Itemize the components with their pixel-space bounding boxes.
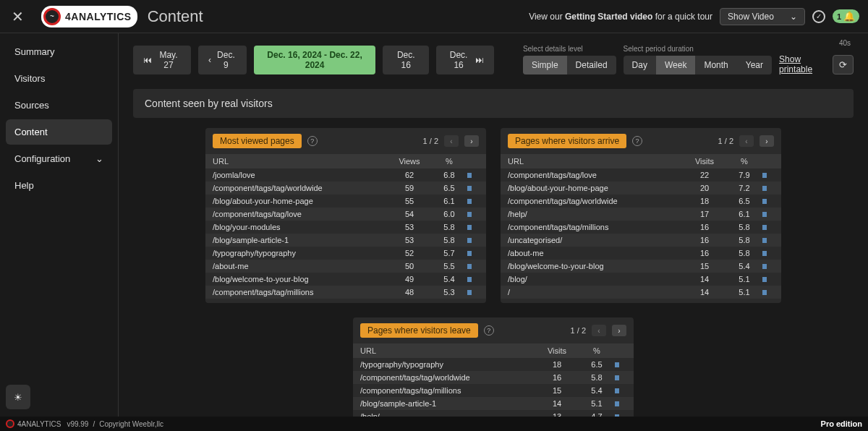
table-row[interactable]: /typography/typography186.5 xyxy=(353,358,634,371)
period-selector: DayWeekMonthYear xyxy=(624,56,772,74)
sidebar-item-visitors[interactable]: Visitors xyxy=(6,66,112,91)
logo-icon: ~ xyxy=(43,8,61,25)
help-icon[interactable]: ? xyxy=(307,136,318,146)
table-row[interactable]: /component/tags/tag/millions165.8 xyxy=(501,221,781,234)
period-label: Select period duration xyxy=(624,45,772,53)
skip-back-icon: ⏮ xyxy=(143,55,152,65)
seg-day[interactable]: Day xyxy=(624,56,656,74)
refresh-countdown: 40s xyxy=(839,39,851,47)
page-next-button[interactable]: › xyxy=(760,135,774,147)
card-title: Most viewed pages xyxy=(213,134,302,148)
app-header: ✕ ~ 4ANALYTICS Content View our Getting … xyxy=(0,0,868,33)
show-video-button[interactable]: Show Video⌄ xyxy=(720,8,805,25)
check-icon[interactable]: ✓ xyxy=(812,10,825,23)
table-row[interactable]: /component/tags/tag/millions155.4 xyxy=(353,384,634,397)
chevron-left-icon: ‹ xyxy=(208,55,211,65)
chevron-down-icon: ⌄ xyxy=(790,12,797,22)
date-last-button[interactable]: Dec. 16⏭ xyxy=(436,46,494,74)
seg-month[interactable]: Month xyxy=(695,56,736,74)
main-content: 40s ⏮May. 27 ‹Dec. 9 Dec. 16, 2024 - Dec… xyxy=(119,33,868,417)
table-row[interactable]: /about-me165.8 xyxy=(501,247,781,260)
page-title: Content xyxy=(148,7,203,26)
page-info: 1 / 2 xyxy=(571,326,586,335)
page-next-button[interactable]: › xyxy=(464,135,479,147)
footer-copyright: Copyright Weeblr,llc xyxy=(99,420,163,428)
help-icon[interactable]: ? xyxy=(632,136,642,146)
refresh-icon: ⟳ xyxy=(839,59,847,70)
card-title: Pages where visitors leave xyxy=(360,323,478,338)
page-prev-button[interactable]: ‹ xyxy=(444,135,459,147)
table-row[interactable]: /blog/about-your-home-page556.1 xyxy=(205,195,486,208)
date-range-active[interactable]: Dec. 16, 2024 - Dec. 22, 2024 xyxy=(254,46,375,74)
data-card: Pages where visitors arrive?1 / 2‹›URLVi… xyxy=(501,128,781,303)
table-row[interactable]: /blog/welcome-to-your-blog155.4 xyxy=(501,260,781,273)
show-printable-link[interactable]: Show printable xyxy=(779,54,825,74)
toolbar: 40s ⏮May. 27 ‹Dec. 9 Dec. 16, 2024 - Dec… xyxy=(119,33,868,86)
table-row[interactable]: /component/tags/tag/millions485.3 xyxy=(205,286,486,299)
sidebar-item-configuration[interactable]: Configuration⌄ xyxy=(6,146,112,171)
table-row[interactable]: /about-me505.5 xyxy=(205,260,486,273)
date-prev-button[interactable]: ‹Dec. 9 xyxy=(198,46,247,74)
page-prev-button[interactable]: ‹ xyxy=(739,135,754,147)
data-card: Most viewed pages?1 / 2‹›URLViews%/jooml… xyxy=(205,128,486,303)
brand-text: 4ANALYTICS xyxy=(65,11,132,22)
notification-badge[interactable]: 1🔔 xyxy=(833,9,859,23)
table-row[interactable]: /uncategorised/165.8 xyxy=(501,234,781,247)
table-row[interactable]: /145.1 xyxy=(501,286,781,299)
edition-badge: Pro edition xyxy=(821,419,862,428)
help-icon[interactable]: ? xyxy=(484,325,494,336)
logo-icon xyxy=(6,419,14,428)
bell-icon: 🔔 xyxy=(843,11,855,22)
table-row[interactable]: /blog/sample-article-1535.8 xyxy=(205,234,486,247)
seg-year[interactable]: Year xyxy=(737,56,772,74)
sidebar-item-summary[interactable]: Summary xyxy=(6,39,112,64)
page-prev-button[interactable]: ‹ xyxy=(592,325,606,336)
table-row[interactable]: /typography/typography525.7 xyxy=(205,247,486,260)
footer: 4ANALYTICS v99.99 / Copyright Weeblr,llc… xyxy=(0,417,868,431)
table-row[interactable]: /component/tags/tag/worldwide165.8 xyxy=(353,371,634,384)
table-row[interactable]: /help/134.7 xyxy=(353,410,634,417)
brand-logo[interactable]: ~ 4ANALYTICS xyxy=(41,6,137,27)
table-header: URLViews% xyxy=(205,154,486,168)
sidebar-item-sources[interactable]: Sources xyxy=(6,93,112,118)
section-title: Content seen by real visitors xyxy=(133,89,854,118)
seg-simple[interactable]: Simple xyxy=(523,56,567,74)
refresh-button[interactable]: ⟳ xyxy=(833,55,854,74)
data-card: Pages where visitors leave?1 / 2‹›URLVis… xyxy=(353,317,634,417)
table-row[interactable]: /blog/145.1 xyxy=(501,273,781,286)
sun-icon: ☀ xyxy=(14,392,22,403)
table-row[interactable]: /component/tags/tag/worldwide186.5 xyxy=(501,195,781,208)
getting-started-text: View our Getting Started video for a qui… xyxy=(529,12,712,22)
chevron-down-icon: ⌄ xyxy=(95,153,103,164)
table-row[interactable]: /blog/your-modules535.8 xyxy=(205,221,486,234)
table-header: URLVisits% xyxy=(501,154,781,168)
detail-level-selector: SimpleDetailed xyxy=(523,56,616,74)
table-header: URLVisits% xyxy=(353,343,634,358)
sidebar-item-help[interactable]: Help xyxy=(6,173,112,198)
card-title: Pages where visitors arrive xyxy=(508,134,626,148)
seg-detailed[interactable]: Detailed xyxy=(567,56,616,74)
theme-toggle-button[interactable]: ☀ xyxy=(6,385,30,409)
table-row[interactable]: /component/tags/tag/love546.0 xyxy=(205,208,486,221)
table-row[interactable]: /joomla/love626.8 xyxy=(205,168,486,182)
detail-level-label: Select details level xyxy=(523,45,616,53)
page-info: 1 / 2 xyxy=(718,137,733,145)
sidebar: SummaryVisitorsSourcesContentConfigurati… xyxy=(0,33,119,431)
date-next-button[interactable]: Dec. 16 xyxy=(383,46,429,74)
close-icon[interactable]: ✕ xyxy=(9,5,27,28)
table-row[interactable]: /blog/sample-article-1145.1 xyxy=(353,397,634,410)
table-row[interactable]: /component/tags/tag/love227.9 xyxy=(501,168,781,182)
page-info: 1 / 2 xyxy=(423,137,438,145)
date-first-button[interactable]: ⏮May. 27 xyxy=(133,46,191,74)
skip-forward-icon: ⏭ xyxy=(475,55,484,65)
footer-logo: 4ANALYTICS xyxy=(6,419,61,428)
seg-week[interactable]: Week xyxy=(656,56,695,74)
page-next-button[interactable]: › xyxy=(612,325,626,336)
table-row[interactable]: /blog/about-your-home-page207.2 xyxy=(501,182,781,195)
table-row[interactable]: /component/tags/tag/worldwide596.5 xyxy=(205,182,486,195)
sidebar-item-content[interactable]: Content xyxy=(6,119,112,145)
table-row[interactable]: /blog/welcome-to-your-blog495.4 xyxy=(205,273,486,286)
footer-version: v99.99 xyxy=(67,420,88,428)
table-row[interactable]: /help/176.1 xyxy=(501,208,781,221)
